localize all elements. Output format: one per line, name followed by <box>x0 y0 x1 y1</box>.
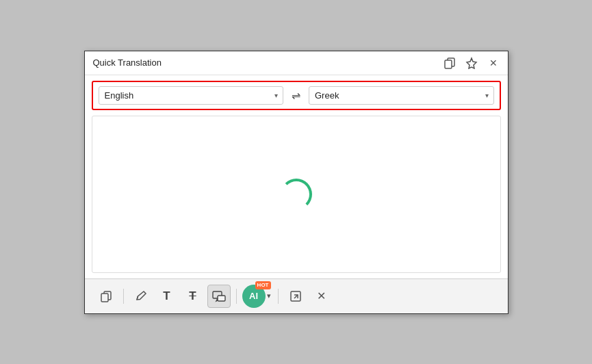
copy-button[interactable] <box>442 55 457 70</box>
target-language-select[interactable]: Greek Spanish French German <box>309 86 494 105</box>
ai-label: AI <box>249 291 258 301</box>
toolbar-divider-3 <box>278 289 279 304</box>
svg-rect-1 <box>445 60 452 68</box>
close-button[interactable]: ✕ <box>486 55 501 70</box>
quick-translation-window: Quick Translation ✕ English Spani <box>84 51 509 314</box>
translation-content-area <box>92 116 501 273</box>
toolbar-pencil-button[interactable] <box>129 285 153 308</box>
toolbar-close-button[interactable]: ✕ <box>310 285 333 308</box>
target-language-wrapper: Greek Spanish French German ▾ <box>309 86 494 105</box>
language-selector-row: English Spanish French German ▾ ⇌ Greek … <box>92 81 501 110</box>
title-icon-group: ✕ <box>442 55 501 70</box>
pin-button[interactable] <box>464 55 479 70</box>
toolbar-divider-1 <box>123 289 124 304</box>
source-language-select[interactable]: English Spanish French German <box>99 86 284 105</box>
toolbar-strikethrough-button[interactable]: T <box>181 285 205 308</box>
swap-languages-icon[interactable]: ⇌ <box>289 89 303 102</box>
ai-button-wrapper: AI HOT ▾ <box>242 285 272 308</box>
spinner-ring <box>281 179 312 210</box>
toolbar-translate-icon-button[interactable] <box>207 285 231 308</box>
loading-spinner <box>281 179 312 210</box>
title-bar: Quick Translation ✕ <box>85 51 508 75</box>
window-title: Quick Translation <box>93 57 162 68</box>
source-language-wrapper: English Spanish French German ▾ <box>99 86 284 105</box>
svg-rect-3 <box>101 294 108 302</box>
toolbar-divider-2 <box>236 289 237 304</box>
svg-rect-6 <box>218 296 225 301</box>
hot-badge: HOT <box>255 281 271 289</box>
toolbar-text-button[interactable]: T <box>155 285 179 308</box>
ai-dropdown-arrow[interactable]: ▾ <box>266 291 272 300</box>
toolbar-export-button[interactable] <box>284 285 307 308</box>
toolbar-copy-button[interactable] <box>94 285 118 308</box>
ai-button[interactable]: AI HOT <box>242 285 266 308</box>
bottom-toolbar: T T AI HOT ▾ <box>85 278 508 313</box>
